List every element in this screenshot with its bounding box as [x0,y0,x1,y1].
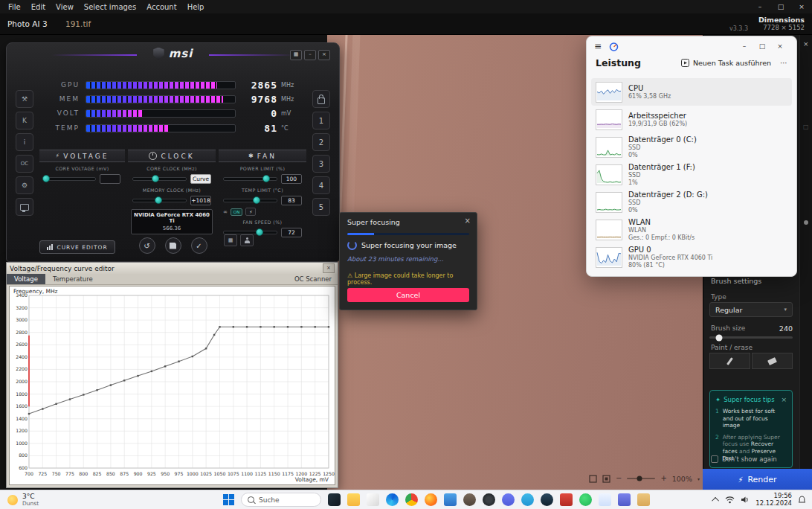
ab-kombustor-button[interactable]: K [16,112,33,129]
vf-curve-plot[interactable]: 7007257507758008258508759009259509751000… [9,286,335,485]
ab-tools-button[interactable]: ⚒ [16,90,33,108]
memory-clock-slider[interactable] [132,199,187,202]
menu-help[interactable]: Help [182,3,210,11]
ab-settings-button[interactable]: ⚙ [16,176,33,194]
tm-minimize-icon[interactable]: – [735,42,753,50]
run-new-task-button[interactable]: Neuen Task ausführen [681,59,771,67]
fan-speed-slider[interactable] [223,231,277,234]
ab-profile-4[interactable]: 4 [312,176,330,194]
perf-item-cpu[interactable]: CPU61% 3,58 GHz [591,78,792,106]
taskbar-app-edge[interactable] [386,493,399,506]
zoom-out-icon[interactable]: − [616,475,622,482]
perf-item-disk1[interactable]: Datenträger 1 (F:)SSD1% [591,161,792,188]
link-sync-icon[interactable]: ∞ [223,209,228,215]
menu-account[interactable]: Account [141,3,181,11]
zoom-slider[interactable] [627,478,655,479]
perf-item-gpu[interactable]: GPU 0NVIDIA GeForce RTX 4060 Ti80% (81 °… [591,243,792,271]
search-box[interactable]: Suche [241,493,321,507]
ab-lock-button[interactable] [312,90,330,108]
window-minimize-icon[interactable]: – [750,0,770,13]
taskbar-app-discord[interactable] [502,493,515,506]
vf-curve-chart[interactable]: 7007257507758008258508759009259509751000… [10,286,335,484]
taskbar-app-firefox[interactable] [425,493,437,506]
tm-close-icon[interactable]: × [771,42,789,50]
taskbar-app-obs[interactable] [483,493,495,506]
memory-clock-handle[interactable] [155,196,162,204]
perf-item-wlan[interactable]: WLANWLANGes.: 0 Empf.: 0 KBit/s [591,216,792,243]
taskbar-app-steam[interactable] [541,493,553,506]
zoom-slider-handle[interactable] [637,476,642,481]
volume-icon[interactable] [741,496,750,504]
perf-item-disk0[interactable]: Datenträger 0 (C:)SSD0% [591,133,792,161]
taskbar-app-whatsapp[interactable] [579,493,592,506]
panel-close-icon[interactable]: × [803,40,809,48]
window-maximize-icon[interactable]: □ [770,0,791,13]
core-voltage-handle[interactable] [42,175,50,182]
oc-scanner-button[interactable]: OC Scanner [294,275,338,283]
core-voltage-value[interactable] [100,174,120,184]
more-options-icon[interactable]: ⋯ [780,59,787,67]
render-button[interactable]: ⚡ Render [703,469,812,490]
core-voltage-slider[interactable] [44,177,96,181]
tips-close-icon[interactable]: × [781,396,787,403]
brush-size-slider[interactable] [709,336,793,339]
fit-screen-icon[interactable] [589,475,597,483]
ab-profile-5[interactable]: 5 [312,198,330,216]
window-close-icon[interactable]: × [791,0,812,13]
ab-close-icon[interactable]: × [318,50,330,60]
menu-select-images[interactable]: Select images [79,3,141,11]
taskbar-app-task-manager[interactable] [599,493,611,506]
ab-profile-3[interactable]: 3 [312,155,330,173]
taskbar-app-chrome[interactable] [405,493,418,506]
ab-startup-button[interactable]: ▦ [224,234,237,246]
ab-save-button[interactable] [165,237,181,254]
tab-temperature[interactable]: Temperature [45,274,100,284]
tray-overflow-chevron-icon[interactable] [712,497,719,505]
zoom-chevron-icon[interactable]: ▾ [697,476,700,481]
ab-info-button[interactable]: i [16,133,33,151]
temp-limit-value[interactable]: 83 [281,196,302,205]
curve-editor-close-icon[interactable]: × [323,263,335,273]
cancel-button[interactable]: Cancel [347,288,469,302]
actual-size-icon[interactable] [602,475,610,483]
taskbar-app-mail[interactable] [444,493,457,506]
brush-size-handle[interactable] [716,334,723,341]
taskbar-app-gimp[interactable] [463,493,476,506]
menu-edit[interactable]: Edit [26,3,51,11]
ab-oc-scanner-button[interactable]: OC [16,155,33,173]
menu-file[interactable]: File [3,3,26,11]
dialog-close-icon[interactable]: × [465,217,471,225]
perf-item-memory[interactable]: Arbeitsspeicher19,9/31,9 GB (62%) [591,106,792,133]
taskbar-clock[interactable]: 19:56 12.12.2024 [755,493,792,507]
core-clock-handle[interactable] [152,175,159,182]
ab-apply-button[interactable]: ✓ [191,237,207,254]
core-clock-value[interactable]: Curve [190,174,211,184]
checkbox-icon[interactable] [711,455,718,463]
perf-item-disk2[interactable]: Datenträger 2 (D: G:)SSD0% [591,188,792,216]
taskbar-app-file-explorer[interactable] [347,493,360,506]
taskbar-app-teams[interactable] [618,493,631,506]
weather-widget[interactable]: 3°C Dunst [0,493,46,507]
temp-limit-slider[interactable] [223,199,277,202]
curve-editor-button[interactable]: CURVE EDITOR [39,240,115,254]
taskbar-app-libreoffice[interactable] [367,493,379,506]
fan-auto-toggle[interactable]: ON [231,208,242,216]
taskbar-app-telegram[interactable] [521,493,534,506]
panel-slider-dot[interactable] [804,220,808,225]
tab-file[interactable]: 191.tif [65,19,91,28]
ab-reset-button[interactable]: ↺ [139,237,155,254]
core-clock-slider[interactable] [132,177,187,181]
erase-button[interactable] [752,353,793,369]
memory-clock-value[interactable]: +1018 [190,196,211,205]
temp-limit-handle[interactable] [253,196,260,204]
start-button[interactable] [223,494,234,505]
ab-user-profiles-button[interactable] [240,234,254,246]
ab-monitor-button[interactable] [16,198,33,216]
power-limit-slider[interactable] [223,177,277,181]
menu-view[interactable]: View [51,3,79,11]
brush-type-dropdown[interactable]: Regular ▾ [709,302,793,317]
ab-detach-icon[interactable]: ▦ [290,50,302,60]
taskbar-app-folder2[interactable] [637,493,650,506]
fan-speed-handle[interactable] [256,228,263,236]
fan-boost-icon[interactable]: ⚡ [245,208,256,216]
